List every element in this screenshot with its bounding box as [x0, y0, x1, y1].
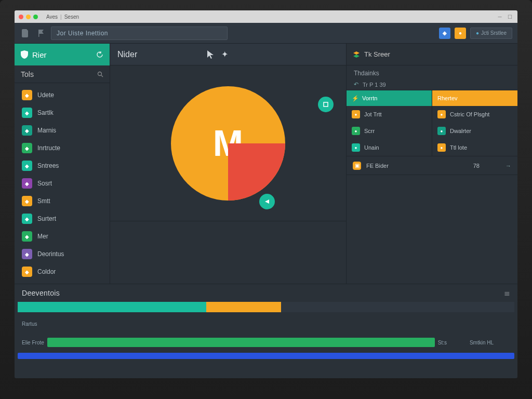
- sidebar-item-6[interactable]: ◆Smtt: [15, 192, 110, 210]
- zoom-traffic-light[interactable]: [33, 15, 38, 19]
- sidebar-list: ◆Udete◆Sartlk◆Marnis◆Inrtructe◆Sntrees◆S…: [15, 83, 110, 284]
- sidebar-item-icon: ◆: [22, 267, 32, 277]
- row-label: Scrr: [364, 128, 375, 134]
- sidebar: Rier Tols ◆Udete◆Sartlk◆Marnis◆Inrtructe…: [15, 44, 110, 284]
- svg-rect-1: [324, 102, 328, 107]
- sidebar-item-4[interactable]: ◆Sntrees: [15, 157, 110, 175]
- right-col-a: ⚡ Vorrtn ●Jot Trtt●Scrr●Unain: [347, 90, 432, 156]
- sidebar-header[interactable]: Rier: [15, 44, 110, 65]
- timeline-row-1[interactable]: Rartus: [18, 316, 514, 331]
- timeline-ruler[interactable]: [18, 302, 514, 312]
- ruler-seg-teal: [18, 302, 206, 312]
- bottom-title: Deeventois: [22, 289, 60, 297]
- toolbar: Jor Uiste Inettion ◆ ● ● Jcti Srstlee: [15, 23, 517, 44]
- row-icon: ●: [352, 127, 360, 135]
- row-icon: ●: [437, 127, 446, 135]
- sidebar-item-9[interactable]: ◆Deorintus: [15, 245, 110, 263]
- forward-icon[interactable]: →: [506, 163, 511, 169]
- row-icon: ●: [352, 143, 360, 152]
- address-text: Jor Uiste Inettion: [57, 30, 108, 37]
- refresh-icon[interactable]: [96, 51, 103, 58]
- footer-value: 78: [473, 163, 480, 169]
- sidebar-item-icon: ◆: [22, 214, 32, 224]
- sidebar-item-label: Marnis: [37, 127, 56, 134]
- sidebar-item-label: Deorintus: [37, 250, 64, 258]
- sidebar-item-3[interactable]: ◆Inrtructe: [15, 139, 110, 157]
- timeline-row-2[interactable]: Elie Frote St:s Smtkin HL: [18, 335, 514, 350]
- col-b-header[interactable]: Rhertev: [432, 90, 517, 106]
- titlebar: Aves | Sesen ─ ☐: [15, 10, 517, 23]
- flag-icon[interactable]: [35, 28, 47, 39]
- layers-icon: [353, 51, 360, 58]
- right-header: Tk Sreer: [347, 44, 517, 65]
- sidebar-item-0[interactable]: ◆Udete: [15, 86, 110, 104]
- sidebar-item-icon: ◆: [22, 161, 32, 171]
- sidebar-item-label: Inrtructe: [37, 144, 60, 152]
- colA-row-0[interactable]: ●Jot Trtt: [347, 106, 432, 123]
- center-title: Nider: [117, 50, 137, 59]
- sidebar-item-label: Smtt: [37, 197, 50, 205]
- colA-row-1[interactable]: ●Scrr: [347, 123, 432, 139]
- action-dot-top[interactable]: [318, 97, 334, 112]
- menu-icon[interactable]: ≣: [504, 289, 510, 297]
- sidebar-item-label: Sntrees: [37, 162, 59, 169]
- toolbar-chip-orange[interactable]: ●: [455, 28, 466, 39]
- center-panel: Nider ✦ M: [110, 44, 346, 284]
- center-tabbar: Nider ✦: [110, 44, 346, 65]
- sidebar-item-label: Sosrt: [37, 180, 52, 187]
- tab-sesen[interactable]: Sesen: [64, 14, 79, 20]
- svg-point-0: [98, 72, 102, 75]
- col-a-header[interactable]: ⚡ Vorrtn: [347, 90, 432, 106]
- back-icon[interactable]: ↶: [354, 81, 358, 88]
- right-subtitle: Thdainks: [347, 65, 517, 79]
- tab-aves[interactable]: Aves: [46, 14, 58, 20]
- toolbar-chip-blue[interactable]: ◆: [439, 28, 450, 39]
- sidebar-item-8[interactable]: ◆Mer: [15, 228, 110, 245]
- row-icon: ●: [437, 110, 446, 118]
- row-label: Ttl lote: [450, 144, 467, 151]
- colB-row-0[interactable]: ●Cstric Of Plsght: [432, 106, 517, 123]
- sidebar-item-7[interactable]: ◆Surtert: [15, 210, 110, 228]
- sidebar-item-1[interactable]: ◆Sartlk: [15, 104, 110, 122]
- sidebar-item-label: Mer: [37, 233, 48, 240]
- star-icon[interactable]: ✦: [221, 49, 228, 59]
- sidebar-item-10[interactable]: ◆Coldor: [15, 263, 110, 281]
- window-max-icon[interactable]: ☐: [506, 13, 513, 20]
- sidebar-item-icon: ◆: [22, 249, 32, 259]
- colB-row-1[interactable]: ●Dwalrter: [432, 123, 517, 139]
- file-icon[interactable]: [20, 28, 31, 39]
- window-min-icon[interactable]: ─: [496, 13, 503, 20]
- right-col-b: Rhertev ●Cstric Of Plsght●Dwalrter●Ttl l…: [432, 90, 517, 156]
- row-icon: ●: [437, 143, 446, 152]
- timeline-bar-green[interactable]: [47, 338, 435, 347]
- colA-row-2[interactable]: ●Unain: [347, 139, 432, 156]
- folder-icon: ▣: [353, 162, 361, 170]
- row-icon: ●: [352, 110, 360, 118]
- status-pill[interactable]: ● Jcti Srstlee: [470, 28, 512, 39]
- row-label: Unain: [364, 144, 379, 151]
- shield-icon: [21, 50, 28, 59]
- brand-circle: M: [171, 86, 285, 201]
- sidebar-item-2[interactable]: ◆Marnis: [15, 122, 110, 139]
- sidebar-section[interactable]: Tols: [15, 65, 110, 83]
- colB-row-2[interactable]: ●Ttl lote: [432, 139, 517, 156]
- sidebar-item-label: Surtert: [37, 215, 56, 222]
- logo-area: M: [110, 65, 346, 221]
- sidebar-item-icon: ◆: [22, 90, 32, 100]
- close-traffic-light[interactable]: [19, 15, 23, 19]
- bolt-icon: ⚡: [352, 95, 359, 102]
- minimize-traffic-light[interactable]: [26, 15, 31, 19]
- row-label: Cstric Of Plsght: [450, 111, 489, 117]
- sidebar-item-label: Sartlk: [37, 109, 54, 116]
- sidebar-item-icon: ◆: [22, 108, 32, 118]
- brand-letter: M: [213, 123, 243, 164]
- sidebar-item-icon: ◆: [22, 143, 32, 153]
- sidebar-item-5[interactable]: ◆Sosrt: [15, 175, 110, 192]
- sidebar-item-label: Udete: [37, 91, 54, 99]
- sidebar-item-icon: ◆: [22, 196, 32, 206]
- sidebar-item-icon: ◆: [22, 178, 32, 189]
- address-bar[interactable]: Jor Uiste Inettion: [51, 26, 228, 40]
- action-dot-bottom[interactable]: [259, 194, 275, 209]
- search-icon[interactable]: [97, 71, 103, 77]
- timeline-scrollbar[interactable]: [18, 353, 514, 359]
